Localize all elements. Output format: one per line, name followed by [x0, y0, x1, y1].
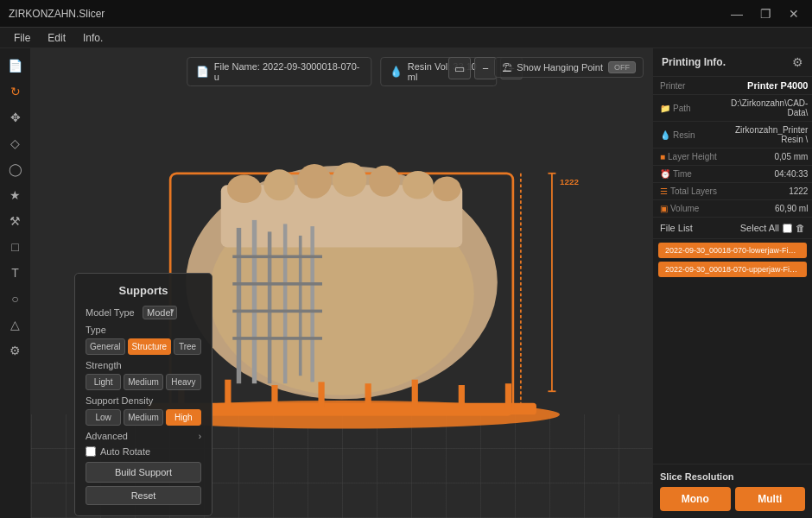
density-high-button[interactable]: High — [166, 409, 201, 426]
strength-heavy-button[interactable]: Heavy — [166, 374, 201, 390]
resin-pill-icon: 💧 — [390, 66, 403, 78]
svg-point-8 — [297, 164, 332, 199]
sidebar-icon-mesh[interactable]: ◇ — [3, 131, 29, 155]
zoom-out-button[interactable]: − — [474, 57, 497, 79]
model-type-select-wrap[interactable]: Model — [143, 306, 177, 319]
density-medium-button[interactable]: Medium — [124, 409, 163, 426]
left-sidebar: 📄 ↻ ✥ ◇ ◯ ★ ⚒ □ T ○ △ ⚙ — [0, 48, 31, 518]
printer-label: Printer — [653, 77, 724, 95]
menubar: File Edit Info. — [0, 28, 812, 48]
maximize-button[interactable]: ❐ — [756, 5, 776, 22]
path-value: D:\Zirkonzahn\CAD-Data\ — [724, 95, 812, 122]
sidebar-icon-print[interactable]: □ — [3, 235, 29, 259]
printer-row: Printer Printer P4000 — [653, 77, 812, 95]
svg-rect-21 — [232, 310, 322, 313]
sidebar-icon-object[interactable]: ◯ — [3, 157, 29, 181]
app-title: ZIRKONZAHN.Slicer — [9, 8, 105, 20]
hanging-point-state[interactable]: OFF — [608, 61, 636, 73]
strength-medium-button[interactable]: Medium — [124, 374, 163, 390]
view-cube-button[interactable]: ▭ — [448, 57, 471, 79]
main-layout: 📄 ↻ ✥ ◇ ◯ ★ ⚒ □ T ○ △ ⚙ 📄 File Name: 202… — [0, 48, 812, 518]
sidebar-icon-warning[interactable]: △ — [3, 313, 29, 337]
sidebar-icon-text[interactable]: T — [3, 261, 29, 285]
sidebar-icon-circle[interactable]: ○ — [3, 287, 29, 311]
auto-rotate-row: Auto Rotate — [86, 446, 201, 457]
path-label: 📁Path — [653, 95, 724, 122]
right-panel: Printing Info. ⚙ Printer Printer P4000 📁… — [652, 48, 812, 518]
strength-light-button[interactable]: Light — [86, 374, 121, 390]
sidebar-icon-file[interactable]: 📄 — [3, 54, 29, 78]
strength-label: Strength — [86, 360, 201, 370]
printer-value: Printer P4000 — [724, 77, 812, 95]
svg-rect-19 — [232, 255, 322, 258]
volume-label: ▣Volume — [653, 200, 724, 218]
menu-file[interactable]: File — [7, 30, 37, 46]
svg-point-6 — [227, 175, 262, 203]
model-type-label: Model Type — [86, 307, 137, 318]
sidebar-icon-settings[interactable]: ⚙ — [3, 338, 29, 363]
layer-height-value: 0,05 mm — [724, 148, 812, 166]
time-label: ⏰Time — [653, 166, 724, 183]
settings-gear-icon[interactable]: ⚙ — [792, 55, 803, 69]
sidebar-icon-grid[interactable]: ✥ — [3, 105, 29, 130]
model-type-select[interactable]: Model — [143, 306, 177, 319]
file-pill-icon: 📄 — [196, 66, 209, 78]
svg-rect-25 — [271, 385, 277, 407]
file-entry-2[interactable]: 2022-09-30_00018-070-upperjaw-Final-Up — [658, 262, 807, 277]
advanced-row[interactable]: Advanced › — [86, 431, 201, 441]
titlebar: ZIRKONZAHN.Slicer — ❐ ✕ — [0, 0, 812, 28]
type-structure-button[interactable]: Structure — [128, 338, 172, 355]
printer-info-table: Printer Printer P4000 📁Path D:\Zirkonzah… — [653, 77, 812, 218]
menu-info[interactable]: Info. — [76, 30, 110, 46]
resin-label: 💧Resin — [653, 122, 724, 148]
filename-pill: 📄 File Name: 2022-09-3000018-070-u — [187, 57, 371, 86]
svg-point-9 — [333, 162, 367, 197]
type-general-button[interactable]: General — [86, 338, 125, 355]
svg-rect-13 — [237, 228, 241, 383]
sidebar-icon-rotate[interactable]: ↻ — [3, 79, 29, 104]
select-all-checkbox[interactable] — [783, 224, 792, 233]
delete-files-icon[interactable]: 🗑 — [796, 223, 805, 233]
hanging-point-toggle[interactable]: ⛱ Show Hanging Point OFF — [494, 57, 644, 78]
auto-rotate-checkbox[interactable] — [86, 446, 96, 457]
svg-rect-22 — [232, 337, 322, 340]
svg-rect-28 — [412, 380, 418, 407]
select-all-control[interactable]: Select All 🗑 — [740, 223, 805, 233]
svg-point-12 — [433, 176, 460, 201]
slice-resolution-title: Slice Resolution — [660, 471, 805, 482]
svg-rect-29 — [459, 385, 465, 407]
multi-button[interactable]: Multi — [735, 487, 806, 511]
reset-button[interactable]: Reset — [86, 486, 201, 505]
total-layers-label: ☰Total Layers — [653, 183, 724, 200]
hanging-point-label: Show Hanging Point — [517, 62, 603, 73]
total-layers-row: ☰Total Layers 1222 — [653, 183, 812, 200]
svg-point-7 — [263, 169, 295, 200]
minimize-button[interactable]: — — [726, 5, 747, 22]
close-button[interactable]: ✕ — [784, 5, 803, 22]
sidebar-icon-support[interactable]: ★ — [3, 183, 29, 207]
hanging-point-icon: ⛱ — [502, 62, 511, 73]
path-row: 📁Path D:\Zirkonzahn\CAD-Data\ — [653, 95, 812, 122]
svg-rect-27 — [365, 383, 371, 407]
advanced-chevron-icon: › — [199, 432, 201, 441]
type-tree-button[interactable]: Tree — [174, 338, 201, 355]
svg-rect-18 — [310, 226, 314, 382]
svg-rect-14 — [252, 220, 257, 383]
slice-resolution-section: Slice Resolution Mono Multi — [653, 464, 812, 518]
window-controls: — ❐ ✕ — [726, 5, 803, 22]
file-entry-1[interactable]: 2022-09-30_00018-070-lowerjaw-Final-Lo — [658, 243, 807, 258]
density-low-button[interactable]: Low — [86, 409, 121, 426]
svg-text:1222: 1222 — [560, 177, 580, 186]
layer-height-row: ■Layer Height 0,05 mm — [653, 148, 812, 166]
auto-rotate-label[interactable]: Auto Rotate — [100, 446, 150, 457]
volume-row: ▣Volume 60,90 ml — [653, 200, 812, 218]
supports-panel: Supports Model Type Model Type General S… — [74, 273, 213, 516]
volume-value: 60,90 ml — [724, 200, 812, 218]
build-support-button[interactable]: Build Support — [86, 462, 201, 483]
mono-button[interactable]: Mono — [660, 487, 731, 511]
select-all-label: Select All — [740, 223, 779, 233]
printing-info-title: Printing Info. — [662, 56, 726, 68]
menu-edit[interactable]: Edit — [41, 30, 73, 46]
sidebar-icon-tool[interactable]: ⚒ — [3, 209, 29, 233]
viewport: 📄 File Name: 2022-09-3000018-070-u 💧 Res… — [31, 48, 652, 518]
